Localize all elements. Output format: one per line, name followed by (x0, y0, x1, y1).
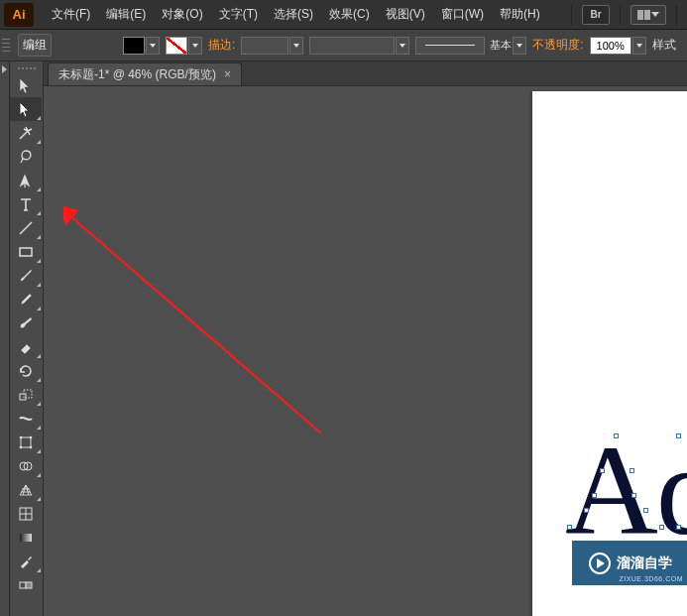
selection-tool[interactable] (10, 73, 42, 97)
rotate-tool[interactable] (10, 359, 42, 383)
stroke-weight-field[interactable] (241, 37, 303, 55)
menu-bar: Ai 文件(F) 编辑(E) 对象(O) 文字(T) 选择(S) 效果(C) 视… (0, 0, 687, 30)
svg-line-17 (69, 215, 321, 433)
stroke-label[interactable]: 描边: (208, 37, 235, 54)
perspective-grid-tool[interactable] (10, 478, 42, 502)
canvas[interactable]: Ad 溜溜自学 ZIXUE.3 (44, 86, 687, 616)
gradient-tool[interactable] (10, 526, 42, 550)
artboard[interactable]: Ad 溜溜自学 ZIXUE.3 (532, 91, 687, 616)
blend-tool[interactable] (10, 573, 42, 597)
eraser-tool[interactable] (10, 335, 42, 359)
watermark-text: 溜溜自学 (617, 554, 672, 572)
bridge-icon[interactable]: Br (582, 5, 610, 25)
expand-dock-icon[interactable] (2, 65, 7, 73)
opacity-label[interactable]: 不透明度: (532, 37, 583, 54)
close-tab-icon[interactable]: × (224, 67, 231, 81)
brush-definition[interactable]: 基本 (415, 37, 526, 55)
control-bar: 编组 描边: 基本 不透明度: 100% 样式 (0, 30, 687, 62)
app-logo: Ai (4, 3, 34, 27)
panel-dock-strip[interactable] (0, 62, 10, 616)
svg-rect-14 (20, 534, 32, 542)
eyedropper-tool[interactable] (10, 550, 42, 573)
pencil-tool[interactable] (10, 288, 42, 311)
shape-builder-tool[interactable] (10, 454, 42, 478)
opacity-field[interactable]: 100% (590, 37, 646, 55)
style-label[interactable]: 样式 (652, 37, 676, 54)
variable-width-profile[interactable] (309, 37, 409, 55)
magic-wand-tool[interactable] (10, 121, 42, 145)
menu-window[interactable]: 窗口(W) (433, 2, 492, 27)
blob-brush-tool[interactable] (10, 311, 42, 335)
svg-point-6 (30, 436, 33, 439)
scale-tool[interactable] (10, 383, 42, 407)
menu-select[interactable]: 选择(S) (266, 2, 321, 27)
text-object[interactable]: Ad (565, 426, 687, 554)
line-tool[interactable] (10, 216, 42, 240)
document-tab-bar: 未标题-1* @ 46% (RGB/预览) × (44, 62, 687, 86)
width-tool[interactable] (10, 407, 42, 431)
watermark-url: ZIXUE.3D66.COM (619, 575, 683, 582)
svg-point-8 (30, 446, 33, 449)
workspace-switcher[interactable] (630, 5, 666, 25)
svg-rect-16 (26, 582, 32, 588)
stroke-swatch[interactable] (166, 37, 202, 55)
lasso-tool[interactable] (10, 145, 42, 169)
tools-panel (10, 62, 44, 616)
svg-rect-2 (20, 394, 26, 400)
paintbrush-tool[interactable] (10, 264, 42, 288)
toolbar-grip[interactable] (10, 63, 43, 73)
svg-point-7 (20, 446, 23, 449)
mesh-tool[interactable] (10, 502, 42, 526)
svg-rect-4 (21, 437, 31, 447)
svg-line-0 (20, 222, 32, 234)
document-tab[interactable]: 未标题-1* @ 46% (RGB/预览) × (48, 62, 242, 85)
document-tab-title: 未标题-1* @ 46% (RGB/预览) (58, 66, 216, 83)
selection-mode-label[interactable]: 编组 (18, 34, 52, 57)
pen-tool[interactable] (10, 169, 42, 192)
free-transform-tool[interactable] (10, 431, 42, 454)
svg-rect-15 (20, 582, 26, 588)
rectangle-tool[interactable] (10, 240, 42, 264)
play-icon (589, 553, 611, 574)
menu-view[interactable]: 视图(V) (378, 2, 433, 27)
fill-swatch[interactable] (123, 37, 160, 55)
menu-object[interactable]: 对象(O) (154, 2, 210, 27)
watermark-badge: 溜溜自学 ZIXUE.3D66.COM (572, 541, 687, 585)
menu-file[interactable]: 文件(F) (44, 2, 98, 27)
controlbar-grip[interactable] (2, 35, 10, 57)
menu-effect[interactable]: 效果(C) (321, 2, 378, 27)
menu-edit[interactable]: 编辑(E) (98, 2, 154, 27)
svg-rect-1 (20, 248, 32, 256)
menu-help[interactable]: 帮助(H) (492, 2, 548, 27)
menu-text[interactable]: 文字(T) (211, 2, 266, 27)
direct-selection-tool[interactable] (10, 97, 42, 121)
document-area: 未标题-1* @ 46% (RGB/预览) × Ad (44, 62, 687, 616)
annotation-arrow (63, 205, 361, 463)
svg-point-5 (20, 436, 23, 439)
type-tool[interactable] (10, 192, 42, 216)
